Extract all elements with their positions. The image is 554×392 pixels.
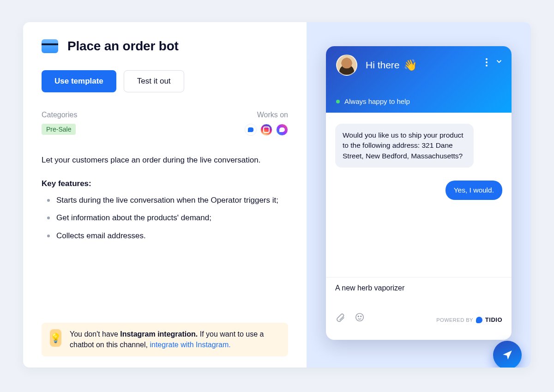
chat-input-area: A new herb vaporizer POWERED BY TIDIO bbox=[326, 277, 512, 331]
chat-toolbar bbox=[335, 312, 365, 324]
chat-channel-icon[interactable] bbox=[245, 124, 257, 136]
user-message: Yes, I would. bbox=[446, 181, 502, 200]
online-dot-icon bbox=[336, 100, 340, 103]
works-on-label: Works on bbox=[245, 111, 288, 119]
use-template-button[interactable]: Use template bbox=[42, 70, 116, 92]
description: Let your customers place an order during… bbox=[42, 154, 288, 166]
preview-panel: Hi there 👋 Always happy to help bbox=[307, 22, 531, 368]
page-title: Place an order bot bbox=[67, 39, 179, 54]
chat-header-controls bbox=[486, 57, 503, 67]
chat-status: Always happy to help bbox=[336, 97, 410, 105]
avatar bbox=[336, 54, 357, 76]
tip-link[interactable]: integrate with Instagram. bbox=[150, 341, 230, 349]
tip-banner: 💡 You don't have Instagram integration. … bbox=[42, 323, 288, 356]
meta-row: Categories Pre-Sale Works on bbox=[42, 111, 288, 136]
chat-widget: Hi there 👋 Always happy to help bbox=[326, 46, 512, 340]
left-panel: Place an order bot Use template Test it … bbox=[23, 22, 307, 368]
wave-icon: 👋 bbox=[403, 59, 417, 72]
tip-strong: Instagram integration. bbox=[120, 330, 198, 338]
powered-label: POWERED BY bbox=[436, 317, 473, 323]
chat-greeting: Hi there 👋 bbox=[366, 59, 417, 72]
svg-point-1 bbox=[358, 316, 359, 317]
title-row: Place an order bot bbox=[42, 39, 288, 54]
bot-message: Would you like us to ship your product t… bbox=[335, 124, 474, 168]
feature-item: Get information about the products' dema… bbox=[43, 212, 288, 224]
kebab-menu-icon[interactable] bbox=[486, 58, 488, 66]
features-title: Key features: bbox=[42, 179, 288, 188]
user-message-row: Yes, I would. bbox=[335, 181, 502, 200]
chat-header-top: Hi there 👋 bbox=[336, 54, 501, 76]
categories-block: Categories Pre-Sale bbox=[42, 111, 77, 135]
template-detail-card: Place an order bot Use template Test it … bbox=[23, 22, 531, 368]
powered-brand: TIDIO bbox=[485, 316, 502, 323]
action-buttons: Use template Test it out bbox=[42, 70, 288, 92]
chevron-down-icon[interactable] bbox=[495, 57, 503, 67]
send-button[interactable] bbox=[493, 341, 522, 368]
powered-by[interactable]: POWERED BY TIDIO bbox=[436, 316, 502, 323]
feature-item: Collects email addresses. bbox=[43, 230, 288, 242]
svg-point-2 bbox=[361, 316, 361, 317]
category-tag[interactable]: Pre-Sale bbox=[42, 124, 76, 135]
tip-text: You don't have Instagram integration. If… bbox=[70, 329, 280, 350]
attachment-icon[interactable] bbox=[335, 312, 345, 324]
chat-header: Hi there 👋 Always happy to help bbox=[326, 46, 512, 113]
chat-body: Would you like us to ship your product t… bbox=[326, 113, 512, 277]
channel-icons bbox=[245, 124, 288, 136]
feature-item: Starts during the live conversation when… bbox=[43, 195, 288, 206]
status-text: Always happy to help bbox=[344, 97, 410, 105]
test-it-out-button[interactable]: Test it out bbox=[124, 70, 184, 92]
svg-point-0 bbox=[356, 314, 364, 321]
greeting-text: Hi there bbox=[366, 60, 400, 71]
emoji-icon[interactable] bbox=[355, 312, 365, 324]
works-on-block: Works on bbox=[245, 111, 288, 136]
tidio-logo-icon bbox=[476, 317, 482, 323]
messenger-channel-icon[interactable] bbox=[276, 124, 288, 136]
instagram-channel-icon[interactable] bbox=[260, 124, 272, 136]
features-list: Starts during the live conversation when… bbox=[42, 195, 288, 242]
chat-input[interactable]: A new herb vaporizer bbox=[335, 284, 502, 292]
categories-label: Categories bbox=[42, 111, 77, 119]
card-icon bbox=[42, 39, 58, 53]
lightbulb-icon: 💡 bbox=[50, 329, 61, 347]
tip-lead: You don't have bbox=[70, 330, 120, 338]
